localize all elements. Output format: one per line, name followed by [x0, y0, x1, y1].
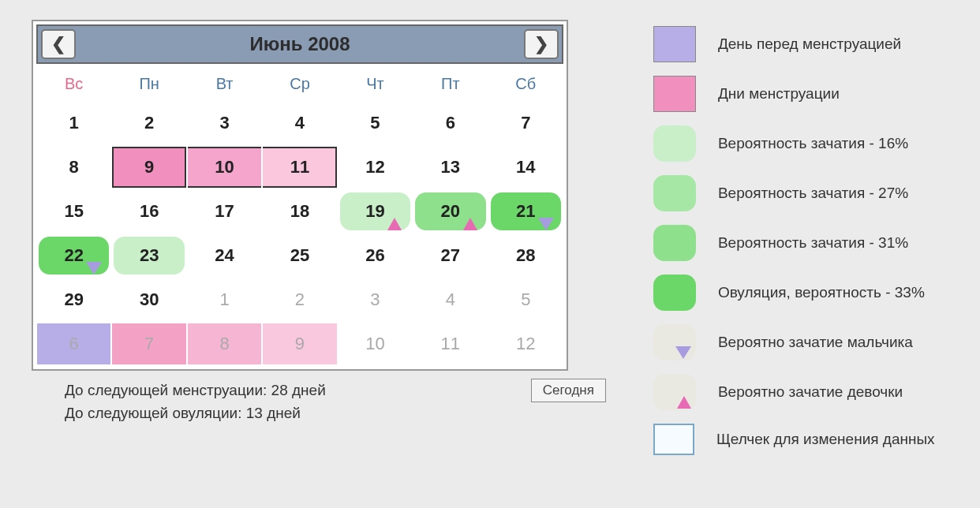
day-number: 12	[516, 334, 535, 354]
calendar-day[interactable]: 7	[111, 322, 186, 366]
legend-swatch	[653, 424, 694, 455]
calendar-day[interactable]: 12	[338, 145, 413, 189]
calendar-day[interactable]: 11	[413, 322, 488, 366]
legend-label: Вероятность зачатия - 31%	[718, 234, 908, 252]
day-number: 10	[365, 334, 384, 354]
calendar-day[interactable]: 6	[36, 322, 111, 366]
calendar-day[interactable]: 8	[36, 145, 111, 189]
calendar-day[interactable]: 2	[111, 101, 186, 145]
calendar-header: ❮ Июнь 2008 ❯	[36, 24, 563, 64]
day-number: 26	[365, 245, 384, 266]
day-number: 27	[441, 245, 460, 266]
calendar-day[interactable]: 25	[262, 233, 337, 278]
calendar-day[interactable]: 14	[488, 145, 563, 189]
calendar-day[interactable]: 6	[413, 101, 488, 145]
legend-label: Вероятно зачатие мальчика	[718, 334, 913, 351]
legend-swatch	[653, 275, 696, 311]
legend-item: Вероятно зачатие девочки	[653, 374, 935, 410]
weekday-label: Пт	[413, 69, 488, 101]
weekday-label: Ср	[262, 69, 337, 101]
calendar-day[interactable]: 17	[187, 189, 262, 233]
calendar-day[interactable]: 9	[111, 145, 186, 189]
day-number: 10	[215, 157, 234, 177]
calendar-day[interactable]: 10	[338, 322, 413, 366]
calendar-day[interactable]: 22	[36, 233, 111, 278]
legend-item: Вероятно зачатие мальчика	[653, 324, 935, 360]
calendar-day[interactable]: 10	[187, 145, 262, 189]
calendar-day[interactable]: 18	[262, 189, 337, 233]
day-number: 24	[215, 245, 234, 266]
day-number: 7	[144, 334, 154, 354]
day-number: 18	[290, 201, 309, 222]
calendar-day[interactable]: 5	[338, 101, 413, 145]
calendar-day[interactable]: 5	[488, 278, 563, 322]
calendar-day[interactable]: 1	[36, 101, 111, 145]
legend-swatch	[653, 225, 696, 261]
legend-item: Щелчек для изменения данных	[653, 424, 935, 455]
calendar-day[interactable]: 13	[413, 145, 488, 189]
month-title: Июнь 2008	[76, 33, 524, 55]
day-number: 4	[446, 289, 455, 310]
girl-marker-icon	[387, 218, 402, 230]
calendar-day[interactable]: 3	[187, 101, 262, 145]
legend-label: Вероятность зачатия - 27%	[718, 185, 908, 202]
day-number: 19	[365, 201, 384, 222]
legend-label: Вероятность зачатия - 16%	[718, 135, 908, 152]
legend-item: Вероятность зачатия - 31%	[653, 225, 935, 261]
next-month-button[interactable]: ❯	[524, 29, 559, 59]
calendar-day[interactable]: 21	[488, 189, 563, 233]
today-button[interactable]: Сегодня	[531, 379, 606, 402]
chevron-right-icon: ❯	[534, 34, 548, 54]
legend-label: Овуляция, вероятность - 33%	[718, 284, 925, 301]
boy-marker-icon	[675, 346, 691, 359]
legend-item: День перед менструацией	[653, 26, 935, 62]
day-number: 16	[140, 201, 159, 222]
legend-swatch	[653, 125, 696, 162]
calendar-day[interactable]: 4	[413, 278, 488, 322]
calendar-day[interactable]: 12	[488, 322, 563, 366]
calendar-day[interactable]: 19	[338, 189, 413, 233]
calendar-day[interactable]: 30	[111, 278, 186, 322]
calendar-day[interactable]: 9	[262, 322, 337, 366]
girl-marker-icon	[677, 396, 691, 409]
info-lines: До следующей менструации: 28 дней Сегодн…	[65, 379, 606, 425]
weekday-header: ВсПнВтСрЧтПтСб	[36, 69, 563, 101]
boy-marker-icon	[86, 262, 102, 275]
calendar-day[interactable]: 7	[488, 101, 563, 145]
legend-label: Щелчек для изменения данных	[716, 431, 935, 448]
legend-swatch	[653, 374, 696, 410]
calendar-day[interactable]: 26	[338, 233, 413, 278]
calendar-day[interactable]: 4	[262, 101, 337, 145]
calendar-grid: 1234567891011121314151617181920212223242…	[36, 101, 563, 366]
calendar-day[interactable]: 24	[187, 233, 262, 278]
day-number: 30	[140, 289, 159, 310]
legend: День перед менструациейДни менструацииВе…	[653, 26, 935, 455]
legend-swatch	[653, 175, 696, 211]
calendar-day[interactable]: 29	[36, 278, 111, 322]
info-next-period: До следующей менструации: 28 дней	[65, 379, 326, 402]
day-number: 15	[64, 201, 83, 222]
legend-label: Дни менструации	[718, 85, 840, 103]
day-number: 28	[516, 245, 535, 266]
calendar-day[interactable]: 2	[262, 278, 337, 322]
calendar-day[interactable]: 3	[338, 278, 413, 322]
legend-item: Вероятность зачатия - 27%	[653, 175, 935, 211]
boy-marker-icon	[538, 218, 554, 230]
legend-swatch	[653, 324, 696, 360]
calendar-day[interactable]: 8	[187, 322, 262, 366]
calendar-day[interactable]: 16	[111, 189, 186, 233]
calendar-day[interactable]: 15	[36, 189, 111, 233]
prev-month-button[interactable]: ❮	[41, 29, 76, 59]
day-number: 29	[64, 289, 83, 310]
legend-item: Овуляция, вероятность - 33%	[653, 275, 935, 311]
calendar-day[interactable]: 1	[187, 278, 262, 322]
day-number: 11	[441, 334, 460, 354]
calendar-day[interactable]: 20	[413, 189, 488, 233]
day-number: 3	[219, 113, 229, 133]
calendar-day[interactable]: 27	[413, 233, 488, 278]
calendar-day[interactable]: 23	[111, 233, 186, 278]
calendar-day[interactable]: 28	[488, 233, 563, 278]
calendar-day[interactable]: 11	[262, 145, 337, 189]
day-number: 25	[290, 245, 309, 266]
legend-swatch	[653, 26, 696, 62]
